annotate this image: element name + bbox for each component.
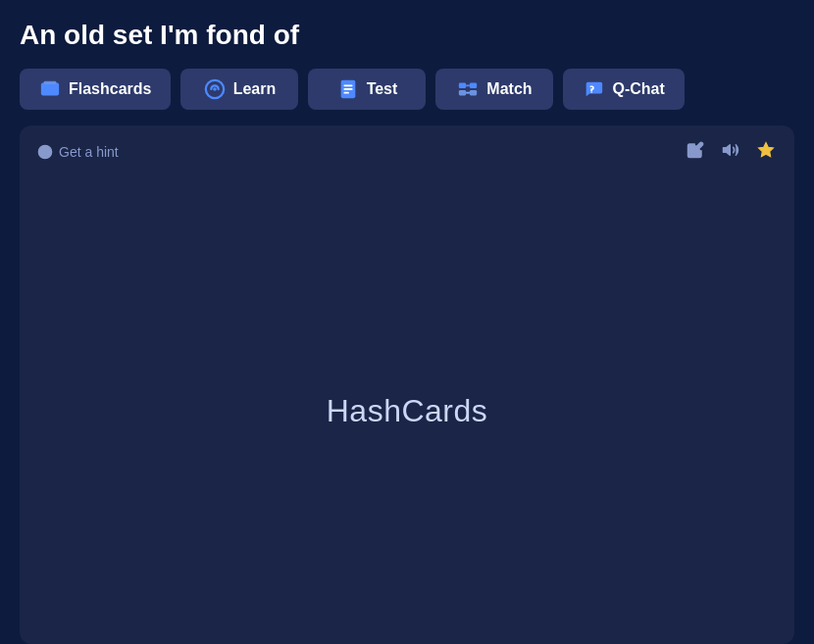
hint-button[interactable]: Get a hint [37, 144, 119, 160]
flashcards-icon [39, 78, 61, 100]
hint-label: Get a hint [59, 144, 119, 160]
svg-rect-9 [470, 83, 477, 89]
card-content: HashCards [20, 178, 794, 644]
tab-qchat[interactable]: Q-Chat [563, 69, 684, 110]
svg-rect-11 [470, 90, 477, 96]
svg-rect-1 [44, 81, 57, 84]
svg-rect-8 [459, 83, 466, 89]
card-term: HashCards [327, 393, 488, 429]
edit-button[interactable] [685, 139, 706, 165]
tab-match-label: Match [486, 80, 532, 98]
svg-point-14 [591, 92, 592, 93]
tabs-bar: Flashcards Learn Test [20, 69, 794, 110]
qchat-icon [583, 78, 604, 100]
svg-rect-0 [41, 83, 59, 96]
tab-test[interactable]: Test [308, 69, 426, 110]
card-top-bar: Get a hint [20, 125, 794, 178]
svg-rect-10 [459, 90, 466, 96]
tab-flashcards[interactable]: Flashcards [20, 69, 171, 110]
test-icon [337, 78, 359, 100]
page-title: An old set I'm fond of [20, 20, 794, 51]
audio-button[interactable] [720, 139, 741, 165]
svg-point-17 [44, 154, 45, 155]
tab-qchat-label: Q-Chat [612, 80, 664, 98]
tab-learn[interactable]: Learn [180, 69, 298, 110]
tab-test-label: Test [367, 80, 398, 98]
flashcard[interactable]: Get a hint [20, 125, 794, 644]
learn-icon [204, 78, 226, 100]
card-actions [685, 139, 777, 165]
svg-marker-18 [724, 145, 731, 156]
tab-learn-label: Learn [233, 80, 277, 98]
star-button[interactable] [755, 139, 777, 165]
svg-point-3 [213, 87, 217, 91]
tab-match[interactable]: Match [435, 69, 553, 110]
svg-marker-19 [759, 143, 774, 157]
tab-flashcards-label: Flashcards [69, 80, 151, 98]
match-icon [457, 78, 479, 100]
